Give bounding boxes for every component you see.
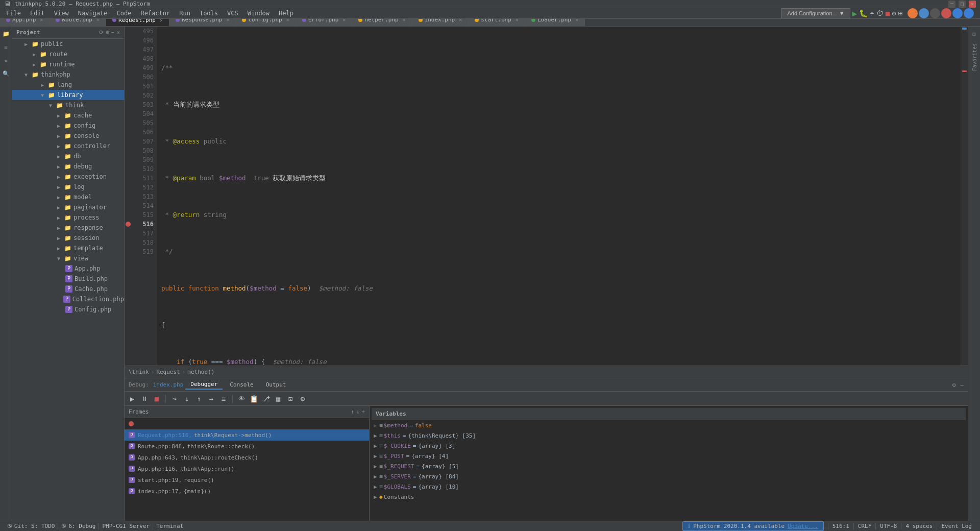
stop-debug-button[interactable]: ■ xyxy=(151,393,162,404)
frame-request[interactable]: P Request.php:516, think\Request->method… xyxy=(125,429,369,441)
tree-exception[interactable]: ▶ 📁exception xyxy=(12,172,124,182)
stop-button[interactable]: ■ xyxy=(886,9,890,17)
tree-controller[interactable]: ▶ 📁controller xyxy=(12,141,124,151)
var-expand-icon[interactable]: ▶ xyxy=(374,473,377,480)
tab-console[interactable]: Console xyxy=(225,380,258,389)
frame-start[interactable]: P start.php:19, require() xyxy=(125,474,369,486)
tab-output[interactable]: Output xyxy=(261,380,291,389)
charset[interactable]: UTF-8 xyxy=(875,523,901,529)
frames-up-icon[interactable]: ↑ xyxy=(351,408,354,415)
tree-paginator[interactable]: ▶ 📁paginator xyxy=(12,202,124,212)
event-log[interactable]: Event Log xyxy=(937,523,976,529)
tree-process[interactable]: ▶ 📁process xyxy=(12,212,124,223)
settings-debug-icon[interactable]: ⚙ xyxy=(297,393,308,404)
tree-collection-php[interactable]: PCollection.php xyxy=(12,294,124,304)
var-expand-icon[interactable]: ▶ xyxy=(374,422,377,429)
close-button[interactable]: ✕ xyxy=(969,1,976,8)
step-over-button[interactable]: ↷ xyxy=(169,393,180,404)
tree-view[interactable]: ▼ 📁view xyxy=(12,253,124,263)
frame-route[interactable]: P Route.php:848, think\Route::check() xyxy=(125,441,369,452)
var-expand-icon[interactable]: ▶ xyxy=(374,453,377,460)
tree-model[interactable]: ▶ 📁model xyxy=(12,192,124,202)
tree-thinkphp[interactable]: ▼ 📁thinkphp xyxy=(12,69,124,80)
breadcrumb-method[interactable]: method() xyxy=(187,369,214,375)
evaluate-button[interactable]: ≡ xyxy=(218,393,229,404)
tree-public[interactable]: ▶ 📁public xyxy=(12,39,124,49)
tree-db[interactable]: ▶ 📁db xyxy=(12,151,124,161)
minimize-button[interactable]: ─ xyxy=(948,1,955,8)
tree-library[interactable]: ▼ 📁library xyxy=(12,90,124,100)
git-status[interactable]: ⑤ Git: 5: TODO xyxy=(4,523,58,529)
watch-button[interactable]: 👁 xyxy=(236,393,247,404)
find-icon[interactable]: 🔍 xyxy=(1,68,11,79)
tab-request-php[interactable]: Request.php ✕ xyxy=(106,19,169,26)
menu-tools[interactable]: Tools xyxy=(195,9,222,18)
step-into-button[interactable]: ↓ xyxy=(181,393,192,404)
memory-button[interactable]: ▦ xyxy=(273,393,284,404)
menu-navigate[interactable]: Navigate xyxy=(74,9,112,18)
php-cgi-status[interactable]: PHP-CGI Server xyxy=(99,523,153,529)
var-expand-icon[interactable]: ▶ xyxy=(374,494,377,500)
tab-loader-php[interactable]: Loader.php ✕ xyxy=(525,19,585,26)
debug-status[interactable]: ⑥ 6: Debug xyxy=(58,523,99,529)
tab-config-php[interactable]: config.php ✕ xyxy=(236,19,296,26)
favorites-right-icon[interactable]: Favorites xyxy=(969,42,979,73)
step-out-button[interactable]: ↑ xyxy=(193,393,205,404)
var-expand-icon[interactable]: ▶ xyxy=(374,443,377,449)
tree-app-php[interactable]: PApp.php xyxy=(12,263,124,274)
structure-icon[interactable]: ≡ xyxy=(1,42,11,52)
tree-build-php[interactable]: PBuild.php xyxy=(12,274,124,284)
tree-template[interactable]: ▶ 📁template xyxy=(12,243,124,253)
tree-config-folder[interactable]: ▶ 📁config xyxy=(12,120,124,131)
tab-response-php[interactable]: Response.php ✕ xyxy=(169,19,236,26)
debug-close-icon[interactable]: − xyxy=(960,381,964,389)
terminal-status[interactable]: Terminal xyxy=(153,523,186,529)
frames-down-icon[interactable]: ↓ xyxy=(356,408,360,415)
debug-button[interactable]: 🐛 xyxy=(859,9,868,17)
menu-view[interactable]: View xyxy=(50,9,73,18)
tree-route[interactable]: ▶ 📁route xyxy=(12,49,124,59)
sync-icon[interactable]: ⟳ xyxy=(99,29,104,36)
tree-think[interactable]: ▼ 📁think xyxy=(12,100,124,110)
menu-help[interactable]: Help xyxy=(275,9,298,18)
add-configuration-button[interactable]: Add Configuration... ▼ xyxy=(781,8,850,18)
menu-vcs[interactable]: VCS xyxy=(223,9,242,18)
menu-code[interactable]: Code xyxy=(113,9,136,18)
run-button[interactable]: ▶ xyxy=(852,9,857,18)
breadcrumb-think[interactable]: \think xyxy=(129,369,149,375)
debug-settings-icon[interactable]: ⚙ xyxy=(952,381,956,389)
run-to-cursor-button[interactable]: → xyxy=(206,393,217,404)
frame-app-route[interactable]: P App.php:643, think\App::routeCheck() xyxy=(125,452,369,463)
expand-button[interactable]: ⊞ xyxy=(898,9,902,17)
tab-route-php[interactable]: Route.php ✕ xyxy=(50,19,106,26)
breadcrumb-request[interactable]: Request xyxy=(156,369,180,375)
collapse-icon[interactable]: − xyxy=(111,29,115,36)
right-panel-icon[interactable]: ⊞ xyxy=(969,29,979,39)
tab-debugger[interactable]: Debugger xyxy=(185,380,223,390)
frames-add-icon[interactable]: + xyxy=(361,408,365,415)
tab-start-php[interactable]: start.php ✕ xyxy=(469,19,525,26)
menu-window[interactable]: Window xyxy=(243,9,274,18)
project-icon[interactable]: 📁 xyxy=(1,29,11,39)
settings-button[interactable]: ⚙ xyxy=(892,9,896,17)
menu-edit[interactable]: Edit xyxy=(26,9,49,18)
maximize-button[interactable]: □ xyxy=(959,1,966,8)
tree-log[interactable]: ▶ 📁log xyxy=(12,182,124,192)
indent[interactable]: 4 spaces xyxy=(901,523,937,529)
close-panel-icon[interactable]: ✕ xyxy=(116,29,120,36)
coverage-button[interactable]: ☂ xyxy=(870,9,874,17)
line-ending[interactable]: CRLF xyxy=(853,523,876,529)
tree-response-folder[interactable]: ▶ 📁response xyxy=(12,223,124,233)
settings-icon[interactable]: ⚙ xyxy=(106,29,109,36)
frame-index[interactable]: P index.php:17, {main}() xyxy=(125,486,369,497)
pause-button[interactable]: ⏸ xyxy=(139,393,150,404)
frame-app-run[interactable]: P App.php:116, think\App::run() xyxy=(125,463,369,474)
profiler-button[interactable]: ⏱ xyxy=(876,9,884,17)
restore-button[interactable]: ⊡ xyxy=(285,393,296,404)
update-link[interactable]: Update... xyxy=(788,523,818,529)
var-expand-icon[interactable]: ▶ xyxy=(374,463,377,470)
menu-refactor[interactable]: Refactor xyxy=(136,9,174,18)
menu-run[interactable]: Run xyxy=(175,9,194,18)
var-expand-icon[interactable]: ▶ xyxy=(374,484,377,490)
frames-button[interactable]: 📋 xyxy=(248,393,259,404)
